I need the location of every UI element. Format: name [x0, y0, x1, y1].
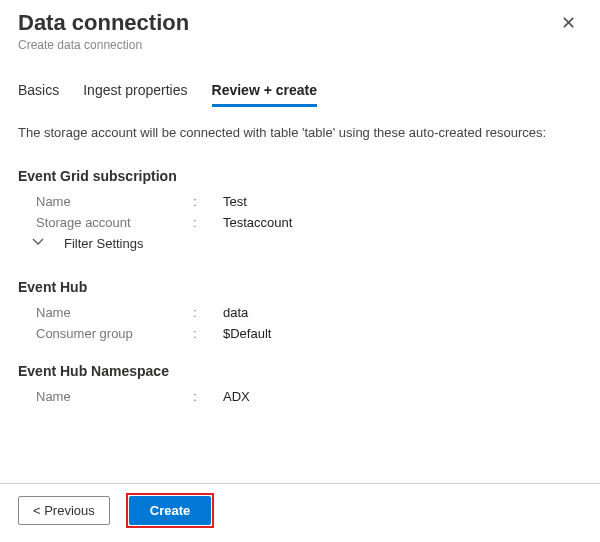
label-name: Name — [18, 389, 193, 404]
page-subtitle: Create data connection — [18, 38, 189, 52]
label-name: Name — [18, 194, 193, 209]
colon: : — [193, 215, 223, 230]
filter-settings-label: Filter Settings — [64, 236, 143, 251]
row-consumer-group: Consumer group : $Default — [18, 326, 582, 341]
value-namespace-name: ADX — [223, 389, 250, 404]
row-namespace-name: Name : ADX — [18, 389, 582, 404]
tab-basics[interactable]: Basics — [18, 82, 59, 107]
value-consumer-group: $Default — [223, 326, 271, 341]
footer: < Previous Create — [18, 493, 214, 528]
value-event-hub-name: data — [223, 305, 248, 320]
info-text: The storage account will be connected wi… — [18, 125, 582, 140]
colon: : — [193, 305, 223, 320]
row-event-grid-name: Name : Test — [18, 194, 582, 209]
section-event-grid: Event Grid subscription Name : Test Stor… — [18, 168, 582, 251]
colon: : — [193, 326, 223, 341]
section-title-event-grid: Event Grid subscription — [18, 168, 582, 184]
value-event-grid-name: Test — [223, 194, 247, 209]
create-button-highlight: Create — [126, 493, 214, 528]
tab-ingest-properties[interactable]: Ingest properties — [83, 82, 187, 107]
previous-button[interactable]: < Previous — [18, 496, 110, 525]
page-title: Data connection — [18, 10, 189, 36]
section-event-hub: Event Hub Name : data Consumer group : $… — [18, 279, 582, 341]
row-event-grid-storage: Storage account : Testaccount — [18, 215, 582, 230]
colon: : — [193, 194, 223, 209]
close-icon[interactable]: ✕ — [555, 10, 582, 36]
section-event-hub-namespace: Event Hub Namespace Name : ADX — [18, 363, 582, 404]
filter-settings-toggle[interactable]: Filter Settings — [18, 236, 582, 251]
create-button[interactable]: Create — [129, 496, 211, 525]
row-event-hub-name: Name : data — [18, 305, 582, 320]
colon: : — [193, 389, 223, 404]
footer-divider — [0, 483, 600, 484]
tabs: Basics Ingest properties Review + create — [18, 82, 582, 107]
section-title-event-hub: Event Hub — [18, 279, 582, 295]
label-consumer-group: Consumer group — [18, 326, 193, 341]
section-title-namespace: Event Hub Namespace — [18, 363, 582, 379]
chevron-down-icon — [32, 236, 48, 251]
label-name: Name — [18, 305, 193, 320]
tab-review-create[interactable]: Review + create — [212, 82, 317, 107]
value-storage-account: Testaccount — [223, 215, 292, 230]
label-storage-account: Storage account — [18, 215, 193, 230]
